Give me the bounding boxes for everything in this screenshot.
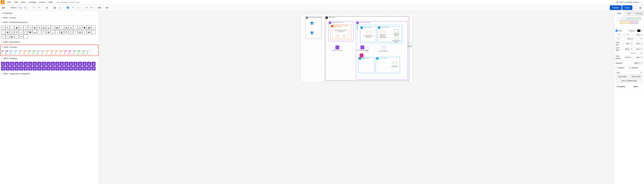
shape-item[interactable] bbox=[24, 35, 28, 39]
zoom-dropdown[interactable]: 75% ▾ bbox=[9, 7, 18, 9]
node-ebs-volumes[interactable]: Amazon EBS volumes bbox=[392, 29, 401, 36]
shape-item[interactable]: ◈ bbox=[10, 62, 14, 66]
shape-item[interactable]: ◈ bbox=[28, 66, 32, 71]
shape-item[interactable]: ◈ bbox=[42, 62, 46, 66]
group-private-subnet-3[interactable]: Private subnet bbox=[358, 57, 374, 73]
shape-item[interactable]: ◈ bbox=[69, 62, 73, 66]
theme-toggle-icon[interactable]: ☼ bbox=[640, 1, 642, 4]
shape-item[interactable]: ◫ bbox=[10, 30, 14, 34]
zoom-out-button[interactable]: 🔍- bbox=[24, 6, 28, 10]
line-jumps-select[interactable]: None ▾ bbox=[624, 56, 632, 59]
stepper[interactable]: ▲▼ bbox=[641, 56, 643, 59]
node-snapshot[interactable]: snapshot bbox=[406, 42, 413, 47]
group-shape-item[interactable] bbox=[78, 51, 83, 55]
shape-item[interactable]: ◈ bbox=[87, 66, 91, 71]
to-back-button[interactable]: ▢ bbox=[58, 6, 62, 10]
group-shape-item[interactable] bbox=[11, 51, 15, 55]
shape-item[interactable]: ▤ bbox=[64, 26, 68, 30]
shadow-checkbox[interactable] bbox=[629, 67, 631, 69]
sketch-checkbox[interactable] bbox=[616, 67, 618, 69]
shape-item[interactable]: ◈ bbox=[14, 66, 19, 71]
shape-item[interactable]: ◈ bbox=[42, 66, 46, 71]
group-shape-item[interactable] bbox=[33, 51, 38, 55]
group-shape-item[interactable] bbox=[6, 51, 10, 55]
shape-item[interactable]: ◉ bbox=[6, 30, 10, 34]
menu-file[interactable]: File bbox=[6, 0, 12, 4]
delete-button[interactable]: 🗑 bbox=[44, 6, 49, 10]
section-aws-arrows[interactable]: ▸AWS / Arrows bbox=[0, 16, 99, 20]
shape-item[interactable]: ⬚ bbox=[10, 26, 14, 30]
shape-item[interactable]: ◧ bbox=[60, 30, 64, 34]
shape-item[interactable]: ◈ bbox=[10, 66, 14, 71]
shape-item[interactable]: ◯ bbox=[24, 30, 28, 34]
shape-item[interactable]: ▣ bbox=[14, 26, 19, 30]
shape-item[interactable]: ▥ bbox=[42, 26, 46, 30]
shape-item[interactable]: ◈ bbox=[82, 66, 86, 71]
line-end-right-input[interactable] bbox=[633, 42, 640, 45]
shape-item[interactable]: ◈ bbox=[69, 66, 73, 71]
node-ebs-2[interactable]: Amazon EBS bbox=[390, 62, 399, 67]
group-shape-item[interactable] bbox=[88, 51, 92, 55]
stepper[interactable]: ▲▼ bbox=[630, 42, 632, 45]
shape-item[interactable]: ◈ bbox=[1, 62, 5, 66]
shape-item[interactable]: ⚑ bbox=[64, 30, 68, 34]
group-corp-datacenter[interactable]: Corporate data center 👥SREs 👥Users bbox=[305, 16, 322, 39]
insert-button[interactable]: +▾ bbox=[97, 6, 102, 10]
shape-item[interactable]: ? bbox=[73, 30, 78, 34]
shape-item[interactable]: ◈ bbox=[82, 62, 86, 66]
line-jumps-input[interactable] bbox=[633, 56, 640, 59]
group-vpc1[interactable]: Virtual private cloud Red Hat OpenShift … bbox=[328, 21, 354, 41]
shape-item[interactable]: ◈ bbox=[60, 66, 64, 71]
node-users[interactable]: 👥Users bbox=[310, 31, 314, 35]
shape-item[interactable]: ◯ bbox=[6, 35, 10, 39]
canvas-area[interactable]: Corporate data center 👥SREs 👥Users AWS C… bbox=[99, 11, 614, 184]
shape-item[interactable]: ◈ bbox=[19, 62, 23, 66]
node-transit-gateway[interactable]: AWS Transit Gateway bbox=[356, 45, 369, 51]
line-width-input[interactable] bbox=[633, 33, 640, 36]
group-shape-item[interactable] bbox=[74, 51, 78, 55]
swatch[interactable] bbox=[622, 17, 626, 20]
shape-item[interactable]: ◎ bbox=[78, 26, 82, 30]
shape-item[interactable]: ⚐ bbox=[82, 30, 86, 34]
shape-item[interactable]: ◧ bbox=[10, 35, 14, 39]
stepper[interactable]: ▲▼ bbox=[630, 48, 632, 50]
shape-item[interactable]: ◈ bbox=[87, 62, 91, 66]
line-start-left-input[interactable] bbox=[623, 48, 630, 51]
page-setup-button[interactable]: ▦▾ bbox=[1, 6, 6, 10]
close-button[interactable]: Close bbox=[622, 5, 632, 10]
shape-item[interactable]: ◈ bbox=[6, 62, 10, 66]
shape-item[interactable]: ⬡ bbox=[42, 30, 46, 34]
shape-item[interactable]: ⚠ bbox=[24, 26, 28, 30]
tab-style[interactable]: Style bbox=[614, 11, 624, 16]
node-sns[interactable]: Amazon SNS bbox=[356, 54, 367, 59]
shape-item[interactable]: ◈ bbox=[92, 66, 96, 71]
shape-item[interactable]: ◈ bbox=[64, 66, 68, 71]
shape-item[interactable]: ◧ bbox=[55, 26, 60, 30]
set-default-style-button[interactable]: Set as Default Style bbox=[616, 79, 643, 82]
group-aws-cloud[interactable]: AWS Cloud Virtual private cloud Red Hat … bbox=[325, 16, 409, 81]
shape-item[interactable]: △ bbox=[51, 30, 55, 34]
swatch[interactable] bbox=[620, 21, 624, 24]
shape-item[interactable]: ⎔ bbox=[1, 26, 5, 30]
waypoints-button[interactable]: ⌐▾ bbox=[89, 6, 94, 10]
line-style-select[interactable]: Sharp ▾ bbox=[628, 29, 636, 32]
app-logo[interactable]: ◆ bbox=[1, 0, 4, 4]
swatch[interactable] bbox=[617, 17, 622, 20]
swatch[interactable] bbox=[637, 17, 641, 20]
shape-item[interactable]: ◈ bbox=[14, 62, 19, 66]
redo-button[interactable]: ↷ bbox=[37, 6, 41, 10]
shape-item[interactable]: ✲ bbox=[6, 26, 10, 30]
shape-item[interactable]: ◈ bbox=[28, 62, 32, 66]
node-sres[interactable]: 👥SREs bbox=[310, 21, 314, 25]
group-az[interactable]: Availability Zone Private subnet Amazon … bbox=[358, 25, 403, 44]
arrow-end-style-select[interactable]: None ▾ bbox=[626, 37, 636, 40]
line-start-right-input[interactable] bbox=[633, 48, 640, 51]
group-shape-item[interactable] bbox=[51, 51, 56, 55]
menu-arrange[interactable]: Arrange bbox=[27, 0, 38, 4]
shape-item[interactable]: ⎔ bbox=[28, 26, 32, 30]
publish-button[interactable]: Publish bbox=[610, 5, 622, 10]
shape-item[interactable]: ◈ bbox=[55, 62, 60, 66]
section-advanced[interactable]: ▸Advanced bbox=[0, 11, 99, 16]
group-workspace[interactable]: IBM Planning Analytics Workspace bbox=[333, 30, 349, 39]
shape-item[interactable]: ◈ bbox=[55, 66, 60, 71]
